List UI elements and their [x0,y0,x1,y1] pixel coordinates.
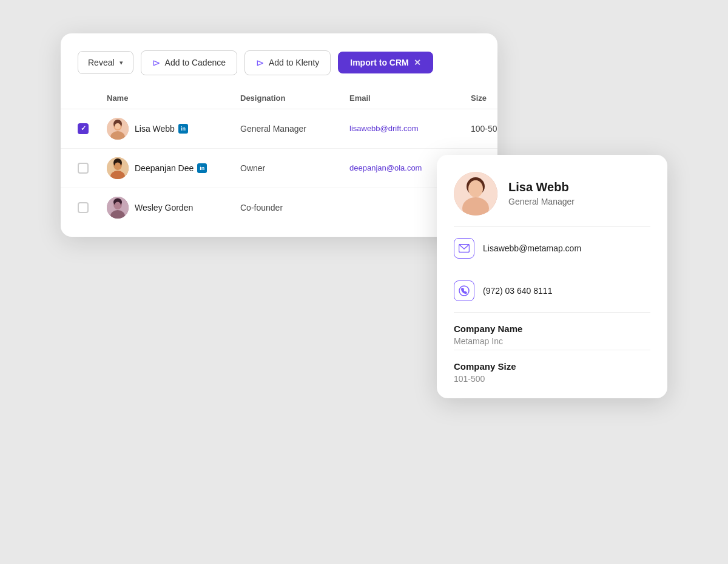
person-cell-3: Wesley Gorden [107,197,240,219]
table-header: Name Designation Email Size [61,87,497,109]
cadence-arrow-icon: ⊳ [152,57,160,69]
row-checkbox-1[interactable] [78,123,89,134]
svg-point-20 [469,180,482,195]
person-name-3: Wesley Gorden [135,203,193,212]
company-name-label: Company Name [454,324,650,334]
company-name-section: Company Name Metamap Inc [437,313,667,350]
add-cadence-button[interactable]: ⊳ Add to Cadence [141,50,237,75]
add-klenty-button[interactable]: ⊳ Add to Klenty [244,50,331,75]
add-cadence-label: Add to Cadence [165,58,226,67]
person-name-1: Lisa Webb [135,124,175,134]
contacts-table: Name Designation Email Size [61,87,497,237]
chevron-down-icon: ▾ [120,59,123,67]
checkbox-cell[interactable] [78,163,107,174]
person-info-2: Deepanjan Dee in [135,163,207,173]
svg-point-15 [115,202,121,208]
klenty-arrow-icon: ⊳ [256,57,264,69]
designation-3: Co-founder [240,203,349,212]
detail-avatar [454,172,497,216]
person-cell-2: Deepanjan Dee in [107,157,240,179]
person-name-2: Deepanjan Dee [135,163,194,173]
person-info-1: Lisa Webb in [135,124,188,134]
designation-2: Owner [240,163,349,173]
table-row: Wesley Gorden Co-founder [61,188,497,227]
checkbox-cell[interactable] [78,123,107,134]
svg-point-5 [115,123,121,129]
company-size-label: Company Size [454,361,650,372]
col-size: Size [471,93,497,103]
email-1: lisawebb@drift.com [349,124,471,133]
col-email: Email [349,93,471,103]
person-info-3: Wesley Gorden [135,203,193,212]
import-crm-button[interactable]: Import to CRM ✕ [338,52,433,73]
detail-person-info: Lisa Webb General Manager [508,180,575,206]
main-card: Reveal ▾ ⊳ Add to Cadence ⊳ Add to Klent… [61,33,497,237]
add-klenty-label: Add to Klenty [269,58,319,67]
person-cell-1: Lisa Webb in [107,118,240,140]
close-icon: ✕ [414,58,421,67]
company-size-value: 101-500 [454,374,650,384]
designation-1: General Manager [240,124,349,134]
svg-point-10 [115,162,121,169]
table-row: Lisa Webb in General Manager lisawebb@dr… [61,109,497,149]
avatar-deepanjan [107,157,129,179]
detail-email-text: Lisawebb@metamap.com [483,243,581,253]
col-designation: Designation [240,93,349,103]
toolbar: Reveal ▾ ⊳ Add to Cadence ⊳ Add to Klent… [61,33,497,87]
detail-card: Lisa Webb General Manager Lisawebb@metam… [437,155,667,398]
detail-email-row: Lisawebb@metamap.com [437,227,667,270]
email-icon [454,238,474,259]
avatar-wesley [107,197,129,219]
detail-phone-row: (972) 03 640 8111 [437,270,667,312]
linkedin-icon-1[interactable]: in [178,124,188,134]
company-name-value: Metamap Inc [454,336,650,346]
row-checkbox-3[interactable] [78,202,89,213]
company-size-section: Company Size 101-500 [437,350,667,398]
col-name: Name [107,93,240,103]
checkbox-cell[interactable] [78,202,107,213]
detail-name: Lisa Webb [508,180,575,194]
import-crm-label: Import to CRM [350,58,408,67]
reveal-button[interactable]: Reveal ▾ [78,51,133,74]
table-row: Deepanjan Dee in Owner deepanjan@ola.com [61,149,497,188]
detail-phone-text: (972) 03 640 8111 [483,286,552,296]
detail-header: Lisa Webb General Manager [437,155,667,226]
phone-icon [454,280,474,301]
row-checkbox-2[interactable] [78,163,89,174]
avatar-lisa [107,118,129,140]
reveal-label: Reveal [88,58,115,67]
linkedin-icon-2[interactable]: in [197,163,207,173]
detail-title: General Manager [508,197,575,206]
size-1: 100-500 [471,124,497,134]
